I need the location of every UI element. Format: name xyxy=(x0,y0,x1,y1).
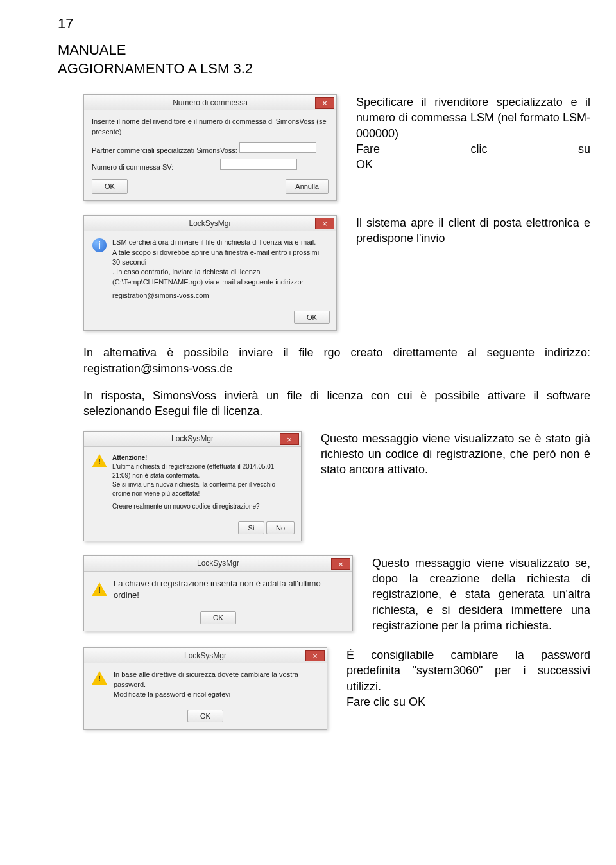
dialog-text: A tale scopo si dovrebbe aprire una fine… xyxy=(112,248,329,268)
word-su: su xyxy=(578,141,590,157)
dialog-titlebar: LockSysMgr × xyxy=(84,648,327,663)
ok-button[interactable]: OK xyxy=(187,710,223,722)
dialog-text: . In caso contrario, inviare la richiest… xyxy=(112,267,329,287)
dialog-email: registration@simons-voss.com xyxy=(112,291,329,301)
close-icon[interactable]: × xyxy=(315,218,334,229)
dialog-text: Creare realmente un nuovo codice di regi… xyxy=(112,502,293,511)
dialog-text: Modificate la password e ricollegatevi xyxy=(114,690,319,699)
cancel-button[interactable]: Annulla xyxy=(286,179,329,194)
field-label: Numero di commessa SV: xyxy=(92,163,173,171)
para-alternativa: In alternativa è possibile inviare il fi… xyxy=(83,345,590,376)
dialog-title: LockSysMgr xyxy=(189,219,231,228)
ok-button[interactable]: OK xyxy=(92,179,128,194)
yes-button[interactable]: Sì xyxy=(238,521,264,534)
screenshot-chiave: LockSysMgr × La chiave di registrazione … xyxy=(83,555,353,633)
screenshot-password: LockSysMgr × In base alle direttive di s… xyxy=(83,647,327,730)
dialog-title: LockSysMgr xyxy=(184,651,227,660)
dialog-text: In base alle direttive di sicurezza dove… xyxy=(114,670,319,690)
dialog-titlebar: LockSysMgr × xyxy=(84,556,352,572)
ok-button[interactable]: OK xyxy=(200,611,236,624)
dialog-instruction: Inserite il nome del rivenditore e il nu… xyxy=(92,117,329,137)
close-icon[interactable]: × xyxy=(331,558,350,570)
close-icon[interactable]: × xyxy=(305,650,325,661)
manual-title: MANUALE AGGIORNAMENTO A LSM 3.2 xyxy=(58,41,616,78)
no-button[interactable]: No xyxy=(266,521,295,534)
para-text: Specificare il rivenditore specializzato… xyxy=(356,94,590,141)
title-line-1: MANUALE xyxy=(58,42,126,58)
close-icon[interactable]: × xyxy=(315,97,334,109)
info-icon: i xyxy=(92,238,107,253)
para-specificare: Specificare il rivenditore specializzato… xyxy=(356,94,590,201)
dialog-title: Numero di commessa xyxy=(173,98,248,107)
page-header: 17 MANUALE AGGIORNAMENTO A LSM 3.2 xyxy=(0,0,616,78)
dialog-text: L'ultima richiesta di registrazione (eff… xyxy=(112,462,293,480)
dialog-text: La chiave di registrazione inserita non … xyxy=(114,578,345,601)
screenshot-attenzione: LockSysMgr × Attenzione! L'ultima richie… xyxy=(83,431,302,541)
page-number: 17 xyxy=(58,15,616,32)
dialog-title: LockSysMgr xyxy=(171,434,214,443)
dialog-text: Se si invia una nuova richiesta, la conf… xyxy=(112,480,293,498)
screenshot-commessa: Numero di commessa × Inserite il nome de… xyxy=(83,94,337,201)
para-text: Fare clic su OK xyxy=(346,694,590,710)
para-client-posta: Il sistema apre il client di posta elett… xyxy=(356,215,590,331)
warning-icon xyxy=(92,582,107,597)
commessa-input[interactable] xyxy=(220,159,297,170)
warning-icon xyxy=(92,670,107,685)
field-label: Partner commerciali specializzati Simons… xyxy=(92,146,237,154)
word-ok: OK xyxy=(356,157,590,172)
dialog-heading: Attenzione! xyxy=(112,453,293,462)
para-password: È consigliabile cambiare la password pre… xyxy=(346,647,590,730)
title-line-2: AGGIORNAMENTO A LSM 3.2 xyxy=(58,60,253,76)
screenshot-email: LockSysMgr × i LSM cercherà ora di invia… xyxy=(83,215,337,331)
para-text: È consigliabile cambiare la password pre… xyxy=(346,647,590,694)
close-icon[interactable]: × xyxy=(280,433,299,445)
partner-input[interactable] xyxy=(239,142,316,153)
word-fare: Fare xyxy=(356,141,380,157)
dialog-titlebar: LockSysMgr × xyxy=(84,216,336,231)
word-clic: clic xyxy=(471,141,488,157)
para-messaggio-richiesta: Questo messaggio viene visualizzato se, … xyxy=(372,555,590,633)
dialog-text: LSM cercherà ora di inviare il file di r… xyxy=(112,238,329,247)
para-risposta: In risposta, SimonsVoss invierà un file … xyxy=(83,388,590,419)
warning-icon xyxy=(92,453,107,469)
dialog-titlebar: Numero di commessa × xyxy=(84,95,336,110)
ok-button[interactable]: OK xyxy=(294,311,330,324)
dialog-title: LockSysMgr xyxy=(197,559,239,568)
dialog-titlebar: LockSysMgr × xyxy=(84,432,301,447)
para-messaggio-codice: Questo messaggio viene visualizzato se è… xyxy=(321,431,590,541)
